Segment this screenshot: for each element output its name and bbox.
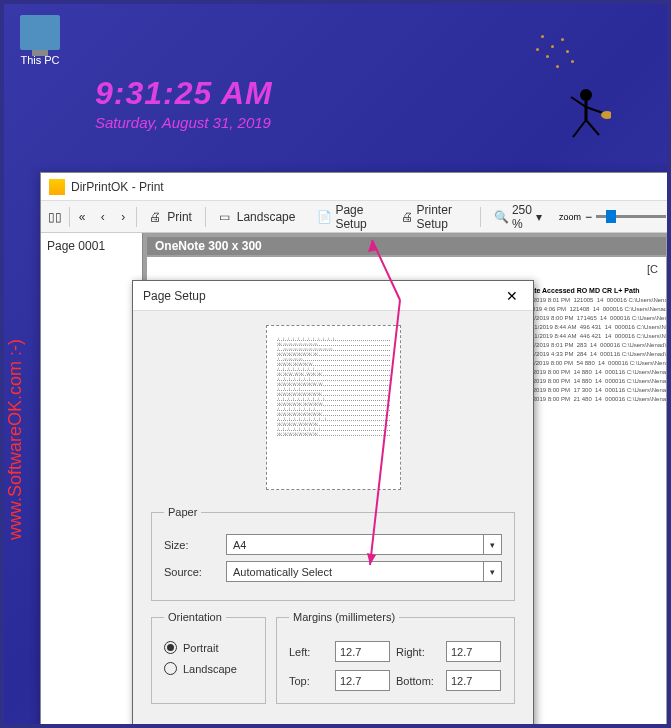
- desktop-background: This PC 9:31:25 AM Saturday, August 31, …: [0, 0, 671, 728]
- size-select[interactable]: A4 ▾: [226, 534, 502, 555]
- dialog-titlebar[interactable]: Page Setup ✕: [133, 281, 533, 311]
- slider-thumb[interactable]: [606, 210, 616, 223]
- view-toggle-button[interactable]: ▯▯: [45, 205, 65, 229]
- page-setup-dialog: Page Setup ✕ ＬＬＬＬＬＬＬＬＬＬＬＬＷ ｍｍｍｍｍｍｍ Ｌ ｍｍｍ…: [132, 280, 534, 728]
- source-label: Source:: [164, 566, 216, 578]
- chevron-down-icon: ▾: [483, 534, 501, 555]
- margin-top-label: Top:: [289, 675, 329, 687]
- landscape-button[interactable]: ▭ Landscape: [210, 205, 305, 229]
- margin-left-label: Left:: [289, 646, 329, 658]
- source-select[interactable]: Automatically Select ▾: [226, 561, 502, 582]
- orientation-legend: Orientation: [164, 611, 226, 623]
- chevron-down-icon: ▾: [483, 561, 501, 582]
- chevron-down-icon: ▾: [536, 210, 542, 224]
- page-preview: ＬＬＬＬＬＬＬＬＬＬＬＬＷ ｍｍｍｍｍｍｍ Ｌ ｍｍｍｍｍｍｍｍｍｍＷＷＷＷＷＷ…: [266, 325, 401, 490]
- page-number-label: Page 0001: [47, 239, 136, 253]
- prev-page-button[interactable]: ‹: [94, 205, 111, 229]
- size-label: Size:: [164, 539, 216, 551]
- printer-icon: 🖨: [149, 210, 163, 224]
- dialog-title: Page Setup: [143, 289, 206, 303]
- printer-setup-button[interactable]: 🖨 Printer Setup: [392, 205, 477, 229]
- zoom-slider[interactable]: zoom −: [559, 210, 666, 224]
- radio-icon: [164, 641, 177, 654]
- decorative-figure: [561, 85, 611, 145]
- landscape-radio[interactable]: Landscape: [164, 662, 253, 675]
- margins-fieldset: Margins (millimeters) Left: 12.7 Right: …: [276, 611, 515, 704]
- window-titlebar[interactable]: DirPrintOK - Print: [41, 173, 670, 201]
- dialog-body: ＬＬＬＬＬＬＬＬＬＬＬＬＷ ｍｍｍｍｍｍｍ Ｌ ｍｍｍｍｍｍｍｍｍｍＷＷＷＷＷＷ…: [133, 311, 533, 728]
- watermark-left: www.SoftwareOK.com :-): [5, 339, 26, 540]
- first-page-button[interactable]: «: [74, 205, 91, 229]
- margin-bottom-input[interactable]: 12.7: [446, 670, 501, 691]
- close-icon: ✕: [506, 288, 518, 304]
- margin-right-label: Right:: [396, 646, 440, 658]
- close-button[interactable]: ✕: [491, 281, 533, 311]
- decorative-seeds: [531, 30, 591, 90]
- window-title: DirPrintOK - Print: [71, 180, 164, 194]
- columns-icon: ▯▯: [48, 210, 62, 224]
- page-panel: Page 0001: [41, 233, 143, 727]
- margins-legend: Margins (millimeters): [289, 611, 399, 623]
- svg-line-4: [573, 120, 586, 137]
- portrait-radio[interactable]: Portrait: [164, 641, 253, 654]
- app-icon: [49, 179, 65, 195]
- svg-line-5: [586, 120, 599, 135]
- printer-icon: 🖨: [401, 210, 413, 224]
- computer-icon: [20, 15, 60, 50]
- document-title: OneNote 300 x 300: [147, 237, 666, 255]
- radio-icon: [164, 662, 177, 675]
- clock-time: 9:31:25 AM: [95, 75, 273, 112]
- this-pc-icon[interactable]: This PC: [20, 15, 60, 66]
- svg-point-0: [580, 89, 592, 101]
- landscape-icon: ▭: [219, 210, 233, 224]
- column-marker: [C: [647, 263, 658, 275]
- margin-bottom-label: Bottom:: [396, 675, 440, 687]
- zoom-icon: 🔍: [494, 210, 508, 224]
- margin-left-input[interactable]: 12.7: [335, 641, 390, 662]
- orientation-fieldset: Orientation Portrait Landscape: [151, 611, 266, 704]
- desktop-clock: 9:31:25 AM Saturday, August 31, 2019: [95, 75, 273, 131]
- paper-fieldset: Paper Size: A4 ▾ Source: Automatically S…: [151, 506, 515, 601]
- next-page-button[interactable]: ›: [115, 205, 132, 229]
- print-button[interactable]: 🖨 Print: [140, 205, 201, 229]
- zoom-dropdown[interactable]: 🔍 250 % ▾: [485, 205, 551, 229]
- paper-legend: Paper: [164, 506, 201, 518]
- toolbar: ▯▯ « ‹ › 🖨 Print ▭ Landscape 📄 Page Setu…: [41, 201, 670, 233]
- clock-date: Saturday, August 31, 2019: [95, 114, 273, 131]
- page-icon: 📄: [317, 210, 331, 224]
- page-setup-button[interactable]: 📄 Page Setup: [308, 205, 387, 229]
- svg-line-3: [586, 107, 603, 113]
- margin-right-input[interactable]: 12.7: [446, 641, 501, 662]
- slider-track[interactable]: [596, 215, 666, 218]
- margin-top-input[interactable]: 12.7: [335, 670, 390, 691]
